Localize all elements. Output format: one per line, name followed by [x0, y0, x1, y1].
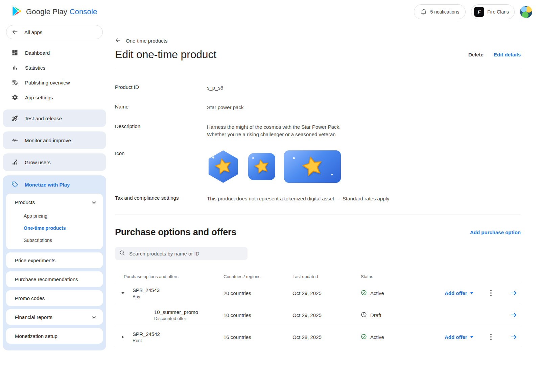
sidebar-item-label: Price experiments	[15, 258, 55, 263]
column-header: Status	[361, 274, 445, 279]
delete-button[interactable]: Delete	[468, 52, 484, 57]
open-row-arrow-button[interactable]	[509, 332, 519, 342]
offer-id: 10_summer_promo	[154, 309, 224, 315]
sidebar-item-label: Products	[15, 199, 35, 205]
app-switcher-button[interactable]: F Fire Clans	[471, 4, 515, 19]
sidebar-item-financial-reports[interactable]: Financial reports	[6, 309, 103, 325]
column-header: Last updated	[292, 274, 361, 279]
sidebar: All apps Dashboard Statistics Publishin	[0, 24, 109, 350]
tax-rates: Standard rates apply	[343, 195, 389, 202]
divider	[115, 69, 521, 69]
top-bar-right: 5 notifications F Fire Clans	[414, 4, 532, 19]
field-value: Harness the might of the cosmos with the…	[207, 123, 340, 138]
field-product-id: Product ID s_p_s8	[115, 84, 521, 92]
search-input[interactable]	[128, 250, 243, 257]
search-box	[115, 247, 248, 260]
arrow-right-icon	[510, 311, 517, 319]
top-bar: Google Play Console 5 notifications F Fi…	[0, 0, 541, 24]
gear-icon	[11, 94, 19, 101]
google-play-console-logo[interactable]: Google Play Console	[11, 5, 97, 18]
back-arrow-icon	[11, 28, 18, 36]
all-apps-label: All apps	[24, 29, 42, 35]
add-offer-label: Add offer	[445, 290, 467, 296]
monetize-section: Monetize with Play Products App pricing …	[3, 175, 106, 350]
breadcrumb[interactable]: One-time products	[115, 37, 167, 44]
last-updated-cell: Oct 29, 2025	[292, 290, 361, 296]
all-apps-button[interactable]: All apps	[6, 25, 103, 39]
sidebar-item-app-settings[interactable]: App settings	[0, 90, 109, 105]
sidebar-item-app-pricing[interactable]: App pricing	[6, 210, 103, 222]
field-label: Name	[115, 104, 207, 111]
sidebar-item-statistics[interactable]: Statistics	[0, 60, 109, 75]
sidebar-item-monitor-and-improve[interactable]: Monitor and improve	[3, 131, 106, 149]
sidebar-item-promo-codes[interactable]: Promo codes	[6, 290, 103, 306]
field-icon: Icon	[115, 150, 521, 183]
status-badge: Active	[370, 290, 384, 296]
sparkle-dot	[293, 157, 295, 159]
status-cell: Active	[361, 334, 445, 341]
open-row-arrow-button[interactable]	[509, 288, 519, 298]
google-play-logo-icon	[11, 5, 23, 18]
notifications-button[interactable]: 5 notifications	[414, 4, 466, 19]
collapse-row-button[interactable]	[120, 290, 126, 296]
pulse-icon	[11, 137, 19, 144]
product-fields: Product ID s_p_s8 Name Star power pack D…	[115, 84, 521, 202]
expand-row-button[interactable]	[120, 334, 125, 340]
sidebar-item-price-experiments[interactable]: Price experiments	[6, 252, 103, 268]
countries-cell: 20 countries	[224, 290, 292, 296]
sidebar-item-products[interactable]: Products	[6, 194, 103, 210]
field-value: This product does not represent a tokeni…	[207, 195, 389, 202]
triangle-right-icon	[121, 335, 124, 339]
status-cell: Draft	[361, 312, 445, 319]
edit-details-button[interactable]: Edit details	[494, 52, 521, 57]
caret-down-icon	[470, 336, 473, 338]
row-menu-button[interactable]	[489, 289, 493, 297]
sidebar-item-label: Financial reports	[15, 314, 52, 320]
brand-google-play: Google Play	[26, 7, 67, 16]
breadcrumb-label: One-time products	[126, 38, 167, 44]
page-title: Edit one-time product	[115, 48, 216, 61]
row-actions	[445, 310, 521, 320]
sidebar-item-purchase-recommendations[interactable]: Purchase recommendations	[6, 271, 103, 287]
table-row: SPR_24542 Rent 16 countries Oct 28, 2025…	[115, 326, 521, 348]
sidebar-item-one-time-products[interactable]: One-time products	[6, 222, 103, 234]
growth-chart-icon	[11, 158, 19, 166]
sidebar-item-label: Monetization setup	[15, 333, 57, 339]
add-offer-button[interactable]: Add offer	[445, 334, 473, 340]
last-updated-cell: Oct 28, 2025	[292, 334, 361, 340]
add-offer-button[interactable]: Add offer	[445, 290, 473, 296]
field-label: Description	[115, 123, 207, 138]
brand-console: Console	[69, 7, 97, 16]
sidebar-item-monetize-with-play[interactable]: Monetize with Play	[3, 175, 106, 194]
sidebar-item-grow-users[interactable]: Grow users	[3, 153, 106, 171]
field-label: Tax and compliance settings	[115, 195, 207, 202]
bell-icon	[420, 8, 427, 16]
sidebar-item-test-and-release[interactable]: Test and release	[3, 109, 106, 127]
row-menu-button[interactable]	[489, 333, 493, 341]
field-label: Product ID	[115, 84, 207, 92]
statistics-icon	[11, 64, 19, 71]
purchase-option-type: Rent	[133, 338, 224, 343]
sidebar-item-label: Purchase recommendations	[15, 276, 78, 282]
rocket-icon	[11, 115, 19, 122]
avatar[interactable]	[520, 6, 532, 18]
sidebar-item-monetization-setup[interactable]: Monetization setup	[6, 328, 103, 344]
purchase-option-cell: SPB_24543 Buy	[133, 287, 224, 299]
description-line-2: Whether you're a rising challenger or a …	[207, 131, 340, 138]
sidebar-item-label: Promo codes	[15, 295, 45, 301]
purchase-option-type: Buy	[133, 294, 224, 299]
sidebar-item-publishing-overview[interactable]: Publishing overview	[0, 75, 109, 90]
arrow-right-icon	[510, 289, 517, 297]
table-row-offer: 10_summer_promo Discounted offer 10 coun…	[115, 304, 521, 326]
field-name: Name Star power pack	[115, 104, 521, 111]
open-row-arrow-button[interactable]	[509, 310, 519, 320]
notifications-label: 5 notifications	[430, 9, 460, 15]
column-header: Countries / regions	[224, 274, 292, 279]
status-badge: Active	[370, 334, 384, 340]
add-purchase-option-button[interactable]: Add purchase option	[470, 229, 521, 235]
offer-cell: 10_summer_promo Discounted offer	[133, 309, 224, 321]
sidebar-item-label: Monitor and improve	[25, 138, 71, 143]
back-arrow-icon	[115, 37, 121, 44]
sidebar-item-subscriptions[interactable]: Subscriptions	[6, 234, 103, 246]
sidebar-item-dashboard[interactable]: Dashboard	[0, 45, 109, 60]
